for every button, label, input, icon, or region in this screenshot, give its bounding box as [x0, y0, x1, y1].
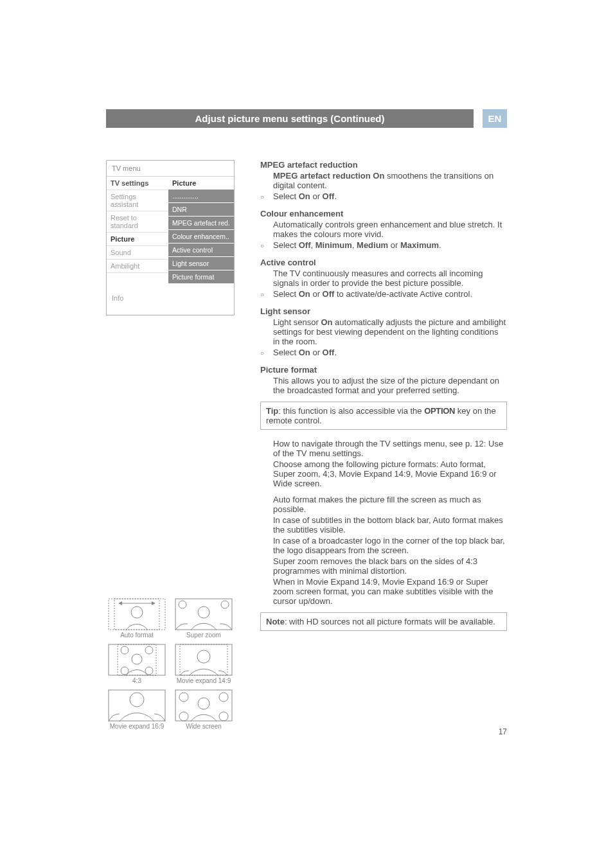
- format-me149-label: Movie expand 14:9: [177, 677, 231, 684]
- format-me169: Movie expand 16:9: [106, 689, 168, 730]
- section-mpeg-title: MPEG artefact reduction: [260, 160, 507, 170]
- submenu-heading: Picture: [168, 177, 234, 190]
- svg-rect-11: [118, 644, 156, 675]
- picfmt-p7: Super zoom removes the black bars on the…: [273, 556, 507, 576]
- section-light-bullet: ○ Select On or Off.: [260, 348, 507, 357]
- svg-point-13: [145, 646, 153, 654]
- page-number: 17: [499, 727, 507, 736]
- section-active-title: Active control: [260, 258, 507, 267]
- submenu-format: Picture format: [168, 270, 234, 284]
- svg-point-9: [198, 607, 209, 618]
- picfmt-p5: In case of subtitles in the bottom black…: [273, 515, 507, 535]
- section-active-body: The TV continuously measures and correct…: [273, 269, 507, 288]
- svg-point-16: [145, 667, 153, 675]
- picfmt-p2: How to navigate through the TV settings …: [273, 439, 507, 458]
- section-colour-bullet: ○ Select Off, Minimum, Medium or Maximum…: [260, 240, 507, 250]
- menu-item-tv-settings: TV settings: [107, 177, 168, 190]
- svg-point-19: [197, 650, 210, 663]
- header-title: Adjust picture menu settings (Continued): [106, 109, 474, 128]
- menu-item-settings-assistant: Settings assistant: [107, 190, 168, 211]
- section-mpeg-bullet: ○ Select On or Off.: [260, 191, 507, 201]
- svg-point-7: [179, 601, 186, 608]
- section-mpeg-body: MPEG artefact reduction On smoothens the…: [273, 171, 507, 190]
- language-badge: EN: [483, 109, 507, 128]
- submenu-mpeg: MPEG artefact red.: [168, 217, 234, 230]
- menu-item-reset: Reset to standard: [107, 211, 168, 233]
- svg-marker-4: [152, 601, 155, 605]
- format-wide: Wide screen: [173, 689, 235, 730]
- picfmt-p6: In case of a broadcaster logo in the cor…: [273, 536, 507, 555]
- svg-point-5: [131, 607, 143, 618]
- svg-point-23: [179, 693, 188, 702]
- svg-point-15: [121, 667, 129, 675]
- svg-rect-6: [175, 599, 232, 630]
- format-me169-label: Movie expand 16:9: [110, 723, 164, 730]
- svg-point-26: [179, 712, 188, 721]
- menu-item-sound: Sound: [107, 246, 168, 260]
- svg-point-24: [219, 693, 228, 702]
- section-colour-title: Colour enhancement: [260, 209, 507, 218]
- section-light-title: Light sensor: [260, 306, 507, 316]
- tv-menu-panel: TV menu TV settings Settings assistant R…: [106, 160, 235, 315]
- svg-point-8: [221, 601, 229, 608]
- submenu-dots: ..............: [168, 190, 234, 203]
- format-me149: Movie expand 14:9: [173, 644, 235, 684]
- submenu-dnr: DNR: [168, 203, 234, 217]
- svg-point-21: [130, 693, 144, 707]
- svg-rect-17: [175, 644, 232, 675]
- section-picfmt-title: Picture format: [260, 365, 507, 375]
- svg-point-25: [198, 698, 209, 709]
- tip-box: Tip: this function is also accessible vi…: [260, 402, 507, 430]
- picfmt-p3: Choose among the following picture forma…: [273, 459, 507, 488]
- tv-menu-title: TV menu: [107, 161, 234, 177]
- note-box: Note: with HD sources not all picture fo…: [260, 612, 507, 631]
- format-auto: Auto format: [106, 598, 168, 639]
- format-superzoom: Super zoom: [173, 598, 235, 639]
- submenu-active: Active control: [168, 244, 234, 257]
- svg-rect-22: [175, 690, 232, 721]
- format-auto-label: Auto format: [120, 632, 154, 639]
- svg-point-12: [121, 646, 129, 654]
- format-wide-label: Wide screen: [186, 723, 222, 730]
- svg-rect-20: [109, 690, 165, 721]
- svg-marker-3: [118, 601, 122, 605]
- section-picfmt-body1: This allows you to adjust the size of th…: [273, 376, 507, 395]
- format-four-three-label: 4:3: [132, 677, 141, 684]
- picfmt-p4: Auto format makes the picture fill the s…: [273, 495, 507, 514]
- svg-rect-10: [109, 644, 165, 675]
- submenu-light: Light sensor: [168, 257, 234, 270]
- format-superzoom-label: Super zoom: [186, 632, 221, 639]
- picfmt-p8: When in Movie Expand 14:9, Movie Expand …: [273, 577, 507, 606]
- svg-point-14: [132, 654, 142, 664]
- section-active-bullet: ○ Select On or Off to activate/de-activa…: [260, 289, 507, 299]
- section-colour-body: Automatically controls green enhancement…: [273, 220, 507, 239]
- svg-point-27: [219, 712, 228, 721]
- format-four-three: 4:3: [106, 644, 168, 684]
- picture-format-icons: Auto format Super zoom: [106, 598, 235, 730]
- submenu-colour: Colour enhancem..: [168, 230, 234, 244]
- page-header: Adjust picture menu settings (Continued)…: [106, 109, 507, 128]
- menu-item-picture: Picture: [107, 233, 168, 246]
- section-light-body: Light sensor On automatically adjusts th…: [273, 317, 507, 346]
- tv-menu-info: Info: [107, 284, 234, 315]
- menu-item-ambilight: Ambilight: [107, 260, 168, 273]
